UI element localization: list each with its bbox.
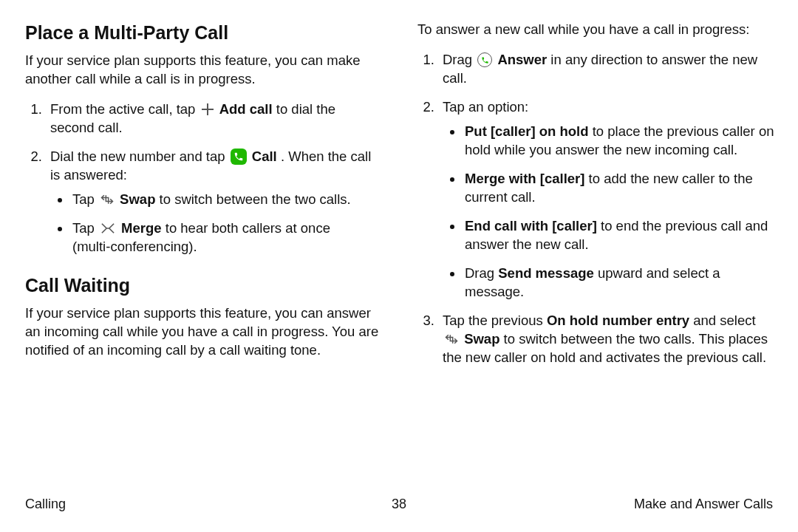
swap-icon bbox=[100, 193, 115, 206]
merge-icon bbox=[100, 222, 116, 235]
answer-label: Answer bbox=[497, 52, 547, 67]
swap-label: Swap bbox=[464, 331, 499, 347]
step-2: Dial the new number and tap Call . When … bbox=[46, 148, 382, 256]
answer-step-2: Tap an option: Put [caller] on hold to p… bbox=[438, 98, 774, 301]
text: Dial the new number and tap bbox=[50, 149, 229, 164]
add-call-label: Add call bbox=[219, 101, 273, 117]
answer-step-3: Tap the previous On hold number entry an… bbox=[438, 312, 774, 367]
footer-left: Calling bbox=[25, 495, 66, 513]
text: From the active call, tap bbox=[50, 101, 200, 117]
heading-call-waiting: Call Waiting bbox=[25, 273, 382, 299]
footer-right: Make and Answer Calls bbox=[634, 495, 773, 513]
text: and select bbox=[693, 313, 755, 328]
step-2-sub: Tap Swap to switch between the two calls… bbox=[50, 191, 382, 256]
merge-label: Merge bbox=[121, 220, 162, 236]
call-label: Call bbox=[252, 149, 277, 164]
answer-steps: Drag Answer in any direction to answer t… bbox=[417, 51, 774, 367]
text: Tap bbox=[72, 220, 98, 236]
merge-with-label: Merge with [caller] bbox=[465, 171, 584, 186]
plus-icon bbox=[201, 103, 214, 116]
answer-options: Put [caller] on hold to place the previo… bbox=[443, 123, 774, 301]
heading-multi-party: Place a Multi-Party Call bbox=[25, 21, 382, 46]
swap-icon bbox=[444, 332, 459, 346]
text: Tap bbox=[72, 191, 98, 207]
opt-merge: Merge with [caller] to add the new calle… bbox=[463, 170, 774, 207]
opt-send-message: Drag Send message upward and select a me… bbox=[463, 265, 774, 301]
end-call-label: End call with [caller] bbox=[465, 218, 597, 233]
call-waiting-intro: If your service plan supports this featu… bbox=[25, 304, 382, 360]
swap-label: Swap bbox=[120, 191, 155, 207]
answer-step-1: Drag Answer in any direction to answer t… bbox=[438, 51, 774, 88]
footer-page-number: 38 bbox=[392, 495, 406, 513]
text: Drag bbox=[465, 265, 498, 281]
multi-party-intro: If your service plan supports this featu… bbox=[25, 52, 382, 89]
phone-icon bbox=[231, 149, 247, 165]
opt-hold: Put [caller] on hold to place the previo… bbox=[463, 123, 774, 160]
hold-label: Put [caller] on hold bbox=[465, 123, 589, 139]
sub-swap: Tap Swap to switch between the two calls… bbox=[71, 191, 382, 209]
answer-icon bbox=[477, 52, 492, 67]
left-column: Place a Multi-Party Call If your service… bbox=[25, 21, 382, 494]
text: Tap the previous bbox=[443, 313, 547, 328]
text: to switch between the two calls. bbox=[160, 191, 351, 207]
step-1: From the active call, tap Add call to di… bbox=[46, 100, 382, 137]
page-footer: Calling 38 Make and Answer Calls bbox=[0, 495, 798, 513]
answer-lead: To answer a new call while you have a ca… bbox=[417, 21, 774, 39]
sub-merge: Tap Merge to hear both callers at once (… bbox=[71, 219, 382, 256]
right-column: To answer a new call while you have a ca… bbox=[417, 21, 774, 494]
send-message-label: Send message bbox=[498, 265, 594, 281]
on-hold-entry-label: On hold number entry bbox=[547, 313, 689, 328]
text: Tap an option: bbox=[443, 99, 528, 115]
page-body: Place a Multi-Party Call If your service… bbox=[0, 0, 798, 494]
opt-end: End call with [caller] to end the previo… bbox=[463, 217, 774, 254]
multi-party-steps: From the active call, tap Add call to di… bbox=[25, 100, 382, 256]
text: Drag bbox=[443, 52, 476, 67]
